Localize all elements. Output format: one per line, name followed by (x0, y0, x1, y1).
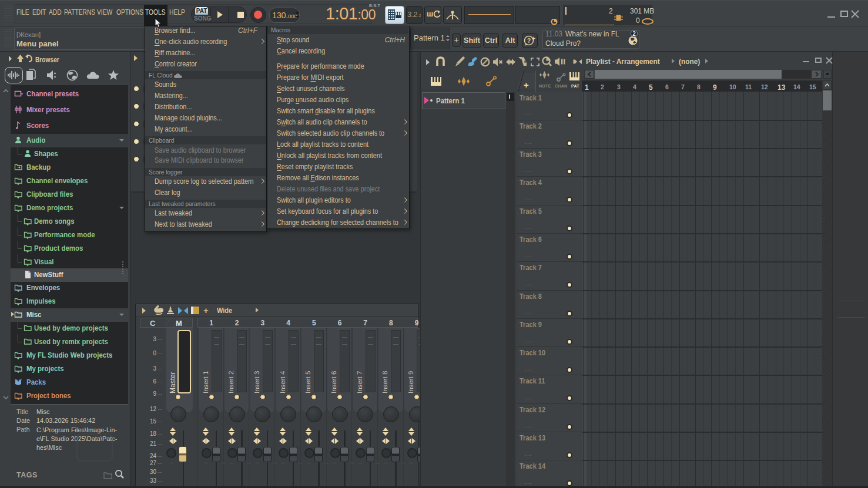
svg-text:?: ? (527, 38, 531, 44)
svg-text:2: 2 (632, 31, 636, 37)
